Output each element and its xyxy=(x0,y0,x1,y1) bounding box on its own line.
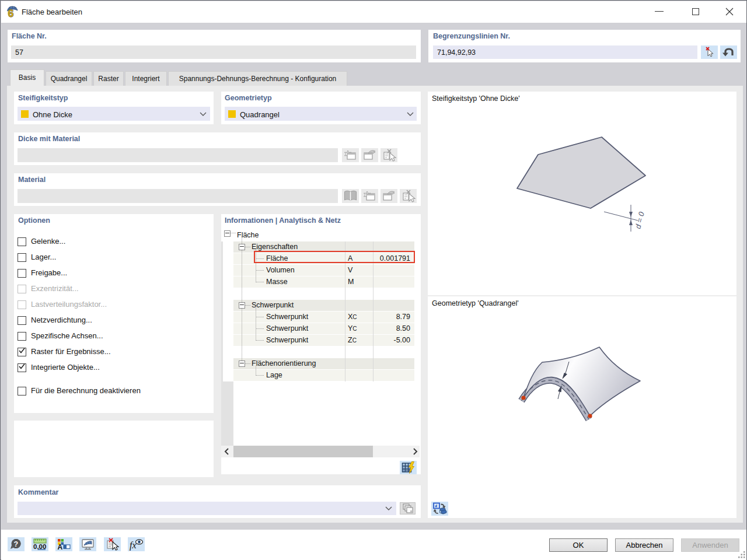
svg-text:A: A xyxy=(58,543,63,551)
svg-text:d = 0: d = 0 xyxy=(633,211,646,230)
svg-text:fx: fx xyxy=(130,540,137,551)
svg-text:0,00: 0,00 xyxy=(33,543,46,550)
svg-text:?: ? xyxy=(14,540,19,548)
svg-text:6: 6 xyxy=(8,8,14,19)
